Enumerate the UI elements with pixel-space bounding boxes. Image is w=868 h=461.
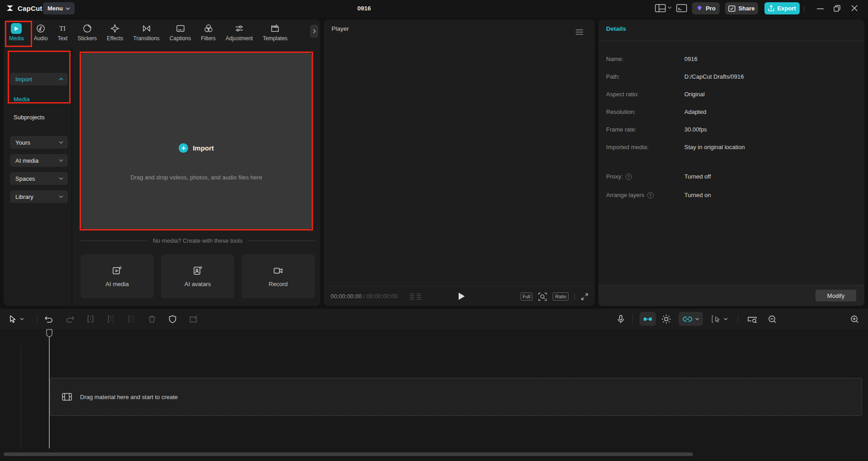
auto-ripple-toggle-button[interactable] xyxy=(678,312,703,326)
delete-button[interactable] xyxy=(145,312,159,326)
ai-avatars-icon xyxy=(192,265,203,276)
track-start-line xyxy=(21,344,21,448)
tab-stickers[interactable]: Stickers xyxy=(77,23,97,42)
record-card-label: Record xyxy=(269,281,288,287)
modify-button[interactable]: Modify xyxy=(816,290,856,301)
sidebar-item-yours[interactable]: Yours xyxy=(10,136,68,149)
adjust-panel-icon xyxy=(676,4,687,12)
timeline-horizontal-scrollbar[interactable] xyxy=(4,452,693,456)
voiceover-button[interactable] xyxy=(614,312,627,326)
adapt-timeline-button[interactable] xyxy=(745,312,759,326)
mask-button[interactable] xyxy=(166,312,179,326)
delete-right-icon xyxy=(127,315,135,323)
minimize-button[interactable] xyxy=(817,8,824,9)
tab-adjustment[interactable]: Adjustment xyxy=(226,23,253,42)
ai-media-label: AI media xyxy=(15,157,38,164)
tabs-overflow-button[interactable] xyxy=(310,25,318,38)
toolbar-separator xyxy=(632,315,633,323)
select-tool-button[interactable] xyxy=(5,312,27,326)
preview-axis-icon xyxy=(661,314,671,324)
tab-text[interactable]: TI Text xyxy=(57,23,67,42)
tab-adjustment-label: Adjustment xyxy=(226,35,253,42)
menu-button[interactable]: Menu xyxy=(43,2,75,14)
full-preview-button[interactable]: Full xyxy=(521,292,533,301)
chevron-down-icon xyxy=(59,177,63,180)
tab-captions[interactable]: Captions xyxy=(170,23,191,42)
tab-transitions[interactable]: Transitions xyxy=(133,23,160,42)
tab-templates[interactable]: Templates xyxy=(263,23,288,42)
import-drop-zone[interactable]: + Import Drag and drop videos, photos, a… xyxy=(81,53,312,229)
zoom-in-button[interactable] xyxy=(848,312,861,326)
adjust-panel-button[interactable] xyxy=(676,4,687,12)
sidebar-item-library[interactable]: Library xyxy=(10,190,68,203)
record-camera-icon xyxy=(273,265,284,276)
player-timecode: 00:00:00:00 / 00:00:00:00 xyxy=(331,293,398,300)
yours-label: Yours xyxy=(15,139,30,146)
preview-axis-button[interactable] xyxy=(659,312,673,326)
chevron-down-icon xyxy=(695,318,699,320)
play-button[interactable] xyxy=(455,290,467,302)
maximize-button[interactable] xyxy=(834,5,840,12)
export-icon xyxy=(768,5,774,12)
ai-avatars-card-label: AI avatars xyxy=(185,281,211,287)
capcut-logo: CapCut xyxy=(6,4,43,12)
arrange-layers-help-icon[interactable]: ? xyxy=(647,192,654,198)
details-footer: Modify xyxy=(598,285,864,306)
arrange-layers-label: Arrange layers ? xyxy=(606,192,654,198)
tab-effects[interactable]: Effects xyxy=(107,23,123,42)
layout-chevron-icon[interactable] xyxy=(668,6,672,9)
app-name: CapCut xyxy=(18,5,43,12)
sidebar-item-spaces[interactable]: Spaces xyxy=(10,172,68,185)
timeline-area[interactable]: Drag material here and start to create xyxy=(0,329,868,461)
ai-avatars-card[interactable]: AI avatars xyxy=(161,254,234,298)
split-button[interactable] xyxy=(84,312,97,326)
chevron-down-icon xyxy=(59,159,63,162)
tab-media[interactable]: Media xyxy=(9,23,24,42)
shield-icon xyxy=(169,315,176,323)
chevron-down-icon xyxy=(59,141,63,144)
resolution-value: Adapted xyxy=(684,108,706,115)
pro-button[interactable]: Pro xyxy=(692,2,720,14)
delete-right-button[interactable] xyxy=(124,312,138,326)
redo-button[interactable] xyxy=(63,312,77,326)
proxy-help-icon[interactable]: ? xyxy=(626,174,632,180)
share-button[interactable]: Share xyxy=(725,2,758,14)
extract-frame-button[interactable] xyxy=(186,312,200,326)
toolbar-separator xyxy=(738,315,738,323)
timeline-drop-zone[interactable]: Drag material here and start to create xyxy=(50,378,862,416)
player-menu-button[interactable] xyxy=(575,29,583,35)
ratio-button[interactable]: Ratio xyxy=(553,292,569,301)
sidebar-item-media[interactable]: Media xyxy=(14,96,29,103)
player-controls-separator xyxy=(574,293,575,300)
ai-media-card[interactable]: AI media xyxy=(81,254,154,298)
zoom-out-icon xyxy=(768,315,777,324)
delete-left-button[interactable] xyxy=(104,312,118,326)
media-tab-icon xyxy=(11,23,22,34)
aspect-ratio-label: Aspect ratio: xyxy=(606,91,639,98)
close-button[interactable] xyxy=(851,5,858,11)
sidebar-item-subprojects[interactable]: Subprojects xyxy=(14,114,45,121)
fullscreen-button[interactable] xyxy=(581,293,588,301)
record-card[interactable]: Record xyxy=(242,254,315,298)
import-hint: Drag and drop videos, photos, and audio … xyxy=(81,174,312,181)
tab-audio[interactable]: Audio xyxy=(34,23,48,42)
timeline-drop-hint: Drag material here and start to create xyxy=(80,394,178,400)
frame-view-icon[interactable] xyxy=(409,293,422,300)
undo-button[interactable] xyxy=(42,312,56,326)
sidebar-item-import[interactable]: Import xyxy=(10,73,68,85)
layout-panels-button[interactable] xyxy=(655,4,666,12)
sidebar-item-ai-media[interactable]: AI media xyxy=(10,154,68,167)
zoom-out-button[interactable] xyxy=(765,312,779,326)
captions-icon xyxy=(175,24,185,33)
select-mode-button[interactable] xyxy=(707,312,731,326)
imported-media-value: Stay in original location xyxy=(684,144,745,151)
tab-filters[interactable]: Filters xyxy=(201,23,216,42)
arrange-layers-value: Turned on xyxy=(684,192,711,198)
export-button[interactable]: Export xyxy=(764,2,800,14)
snap-toggle-button[interactable] xyxy=(640,312,656,326)
transitions-icon xyxy=(142,24,152,33)
zoom-fit-button[interactable] xyxy=(538,292,547,301)
playhead-handle[interactable] xyxy=(46,329,53,337)
redo-icon xyxy=(66,315,75,323)
tab-effects-label: Effects xyxy=(107,35,123,42)
